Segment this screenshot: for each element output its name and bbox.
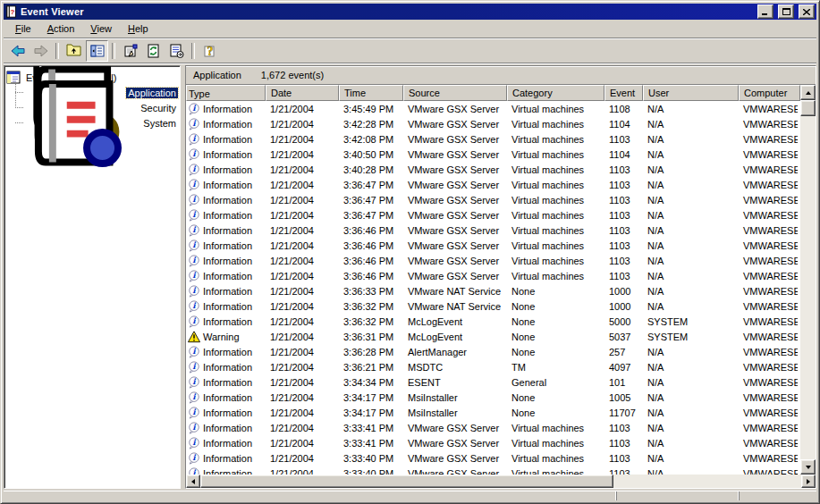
event-row[interactable]: i Information 1/21/2004 3:33:40 PM VMwar… (186, 450, 800, 466)
down-arrow-icon (806, 466, 811, 469)
event-date: 1/21/2004 (266, 225, 339, 236)
column-header-category[interactable]: Category (507, 85, 604, 101)
svg-text:?: ? (207, 45, 214, 58)
event-time: 3:36:33 PM (339, 286, 403, 297)
event-row[interactable]: i Information 1/21/2004 3:33:41 PM VMwar… (186, 420, 800, 435)
vertical-scroll-thumb[interactable] (800, 100, 816, 116)
horizontal-scrollbar[interactable] (186, 475, 816, 488)
menu-action[interactable]: Action (39, 21, 83, 36)
event-user: N/A (643, 195, 739, 206)
event-date: 1/21/2004 (266, 301, 339, 312)
help-button[interactable]: ? (199, 40, 221, 62)
event-source: McLogEvent (403, 332, 507, 342)
event-row[interactable]: i Information 1/21/2004 3:36:46 PM VMwar… (186, 238, 800, 253)
event-row[interactable]: i Information 1/21/2004 3:36:33 PM VMwar… (186, 283, 800, 298)
event-computer: VMWARESE. (739, 119, 798, 130)
event-type: Information (203, 240, 252, 251)
column-header-computer[interactable]: Computer (739, 85, 800, 101)
event-computer: VMWARESE. (739, 180, 798, 190)
event-row[interactable]: i Information 1/21/2004 3:36:32 PM VMwar… (186, 298, 800, 314)
scroll-down-button[interactable] (800, 459, 816, 475)
menu-file[interactable]: File (7, 21, 39, 36)
event-row[interactable]: i Information 1/21/2004 3:42:28 PM VMwar… (186, 116, 800, 131)
event-type: Information (203, 347, 252, 357)
event-row[interactable]: i Information 1/21/2004 3:33:41 PM VMwar… (186, 435, 800, 450)
event-date: 1/21/2004 (266, 164, 339, 175)
event-id: 11707 (604, 407, 643, 418)
event-row[interactable]: i Information 1/21/2004 3:36:47 PM VMwar… (186, 177, 800, 192)
column-header-time[interactable]: Time (339, 85, 403, 101)
event-user: N/A (643, 256, 739, 266)
event-id: 1103 (604, 271, 643, 281)
event-id: 1103 (604, 240, 643, 251)
event-row[interactable]: i Information 1/21/2004 3:34:34 PM ESENT… (186, 374, 800, 390)
status-bar (4, 491, 816, 500)
event-source: VMware GSX Server (403, 104, 507, 114)
event-row[interactable]: i Information 1/21/2004 3:42:08 PM VMwar… (186, 131, 800, 147)
properties-icon (123, 44, 138, 57)
event-computer: VMWARESE. (739, 164, 798, 175)
event-category: General (507, 377, 604, 388)
event-id: 1104 (604, 149, 643, 160)
column-header-event[interactable]: Event (604, 85, 643, 101)
scroll-right-button[interactable] (801, 475, 816, 488)
event-row[interactable]: i Information 1/21/2004 3:36:46 PM VMwar… (186, 268, 800, 283)
horizontal-scroll-thumb[interactable] (200, 475, 613, 488)
event-row[interactable]: i Information 1/21/2004 3:36:46 PM VMwar… (186, 223, 800, 238)
event-row[interactable]: i Information 1/21/2004 3:36:21 PM MSDTC… (186, 359, 800, 374)
event-row[interactable]: i Information 1/21/2004 3:36:47 PM VMwar… (186, 207, 800, 223)
tree-item-system[interactable]: System (13, 115, 178, 130)
event-source: VMware GSX Server (403, 225, 507, 236)
event-row[interactable]: i Information 1/21/2004 3:40:28 PM VMwar… (186, 162, 800, 177)
event-id: 1103 (604, 453, 643, 464)
properties-button[interactable] (119, 40, 141, 62)
event-row[interactable]: i Information 1/21/2004 3:36:47 PM VMwar… (186, 192, 800, 207)
event-viewer-window: ? Event Viewer File Action View Help (0, 0, 820, 504)
event-type: Information (203, 104, 252, 114)
event-type: Information (203, 316, 252, 327)
event-row[interactable]: i Information 1/21/2004 3:36:28 PM Alert… (186, 344, 800, 359)
event-row[interactable]: i Information 1/21/2004 3:36:46 PM VMwar… (186, 253, 800, 268)
close-button[interactable] (799, 4, 815, 19)
refresh-button[interactable] (142, 40, 165, 62)
event-row[interactable]: i Information 1/21/2004 3:45:49 PM VMwar… (186, 101, 800, 116)
event-row[interactable]: i Information 1/21/2004 3:36:32 PM McLog… (186, 314, 800, 329)
event-row[interactable]: i Information 1/21/2004 3:40:50 PM VMwar… (186, 147, 800, 162)
menu-view[interactable]: View (82, 21, 120, 36)
event-user: N/A (643, 149, 739, 160)
column-header-user[interactable]: User (643, 85, 739, 101)
back-button[interactable] (6, 40, 29, 62)
event-type: Information (203, 210, 252, 221)
column-header-date[interactable]: Date (266, 85, 339, 101)
information-icon: i (188, 164, 200, 176)
maximize-button[interactable] (778, 4, 794, 19)
vertical-scroll-track[interactable] (800, 116, 816, 459)
column-header-source[interactable]: Source (403, 85, 507, 101)
event-row[interactable]: i Information 1/21/2004 3:34:17 PM MsiIn… (186, 390, 800, 405)
column-header-type[interactable]: Type (186, 85, 266, 101)
event-row[interactable]: i Information 1/21/2004 3:33:40 PM VMwar… (186, 466, 800, 475)
event-date: 1/21/2004 (266, 407, 339, 418)
event-row[interactable]: i Warning 1/21/2004 3:36:31 PM McLogEven… (186, 329, 800, 344)
scroll-up-button[interactable] (800, 85, 816, 100)
minimize-button[interactable] (757, 4, 774, 19)
list-view: Type Date Time Source Category Event Use… (186, 85, 816, 475)
title-bar[interactable]: ? Event Viewer (4, 4, 816, 20)
vertical-scrollbar[interactable] (800, 85, 816, 475)
horizontal-scroll-track[interactable] (613, 475, 801, 488)
event-computer: VMWARESE. (739, 316, 798, 327)
up-one-level-button[interactable] (63, 40, 85, 62)
event-time: 3:36:31 PM (339, 332, 403, 342)
event-row[interactable]: i Information 1/21/2004 3:34:17 PM MsiIn… (186, 405, 800, 420)
scroll-left-button[interactable] (186, 475, 200, 488)
toolbar-separator (112, 43, 115, 59)
show-hide-console-tree-button[interactable] (86, 40, 108, 62)
back-arrow-icon (11, 44, 25, 58)
event-time: 3:36:32 PM (339, 301, 403, 312)
export-list-button[interactable] (165, 40, 188, 62)
menu-help[interactable]: Help (120, 21, 156, 36)
forward-button[interactable] (30, 40, 52, 62)
event-id: 1005 (604, 392, 643, 403)
event-source: VMware NAT Service (403, 286, 507, 297)
event-time: 3:36:32 PM (339, 316, 403, 327)
